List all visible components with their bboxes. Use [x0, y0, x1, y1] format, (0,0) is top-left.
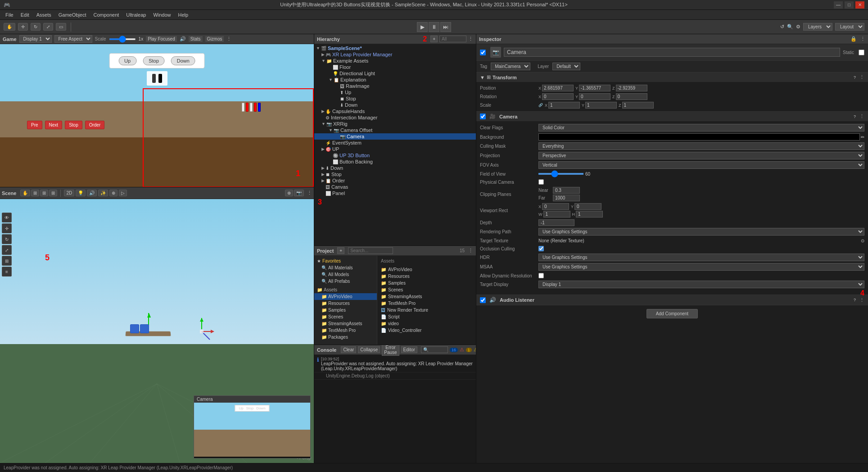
play-button[interactable]: ▶ — [417, 22, 428, 32]
layout-dropdown[interactable]: Layout — [835, 23, 864, 31]
scene-camera-btn[interactable]: 📷 — [294, 190, 304, 196]
camera-header[interactable]: 🎥 Camera ? ⋮ — [476, 112, 868, 121]
console-item-1[interactable]: ℹ [10:39:52] LeapProvider was not assign… — [314, 356, 476, 372]
stats-button[interactable]: Stats — [189, 36, 203, 42]
project-textmeshpro[interactable]: 📁TextMesh Pro — [314, 327, 377, 334]
menu-edit[interactable]: Edit — [17, 11, 33, 18]
scene-rotate-btn[interactable]: ↻ — [2, 234, 12, 244]
console-errorpause-button[interactable]: Error Pause — [382, 345, 399, 356]
depth-input[interactable]: -1 — [538, 219, 574, 226]
menu-window[interactable]: Window — [149, 11, 174, 18]
layer-dropdown[interactable]: Default — [552, 63, 580, 70]
inspector-lock-icon[interactable]: 🔒 — [850, 36, 857, 42]
scene-perspective-btn[interactable]: ⊕ — [285, 190, 293, 196]
add-component-button[interactable]: Add Component — [646, 309, 698, 318]
hierarchy-item-stop2[interactable]: ▶ ⏹ Stop — [314, 171, 476, 177]
hierarchy-item-rawimage[interactable]: ▶ 🖼 RawImage — [314, 83, 476, 89]
display-dropdown[interactable]: Display 1 — [19, 35, 52, 43]
static-checkbox[interactable] — [859, 50, 864, 55]
maximize-button[interactable]: □ — [845, 1, 854, 9]
scene-scale-btn[interactable]: ⤢ — [2, 245, 12, 255]
game-stop-button[interactable]: Stop — [143, 56, 165, 65]
scene-gizmos-button[interactable]: ⊕ — [109, 190, 118, 196]
project-asset-script[interactable]: 📄Script — [379, 313, 474, 320]
transform-header[interactable]: ▼ ⊞ Transform ? ⋮ — [476, 73, 868, 82]
project-asset-textmeshpro[interactable]: 📁TextMesh Pro — [379, 300, 474, 307]
object-active-checkbox[interactable] — [480, 50, 486, 55]
project-search[interactable] — [348, 247, 393, 254]
play-focused-button[interactable]: Play Focused — [146, 36, 177, 42]
console-collapse-button[interactable]: Collapse — [358, 346, 380, 353]
project-menu-icon[interactable]: ⋮ — [468, 248, 473, 254]
rot-y-input[interactable]: 0 — [579, 93, 610, 100]
project-all-materials[interactable]: 🔍All Materials — [314, 264, 377, 271]
hierarchy-item-stop1[interactable]: ▶ ⏹ Stop — [314, 95, 476, 102]
scene-move-btn[interactable]: ✛ — [2, 223, 12, 233]
toolbar-hand-tool[interactable]: ✋ — [4, 23, 15, 31]
far-input[interactable]: 1000 — [553, 195, 580, 201]
hierarchy-item-camera[interactable]: ▶ 📷 Camera — [314, 133, 476, 140]
targetdisplay-dropdown[interactable]: Display 1 — [538, 281, 864, 288]
fovaxis-dropdown[interactable]: Vertical — [538, 161, 864, 169]
camera-active-checkbox[interactable] — [480, 113, 486, 119]
hierarchy-search[interactable] — [439, 36, 466, 42]
projection-dropdown[interactable]: Perspective — [538, 152, 864, 159]
physicalcamera-checkbox[interactable] — [538, 179, 544, 185]
project-asset-samples[interactable]: 📁Samples — [379, 280, 474, 286]
console-clear-button[interactable]: Clear — [341, 346, 356, 353]
scene-audio-button[interactable]: 🔊 — [87, 190, 97, 196]
vr-h-input[interactable]: 1 — [576, 211, 603, 218]
toolbar-scale-tool[interactable]: ⤢ — [43, 23, 53, 31]
scene-hand-tool[interactable]: ✋ — [20, 190, 30, 196]
object-name-input[interactable] — [504, 48, 840, 57]
pos-x-input[interactable]: 2.681597 — [542, 85, 574, 91]
scene-expand-btn[interactable]: ⊞ — [2, 256, 12, 266]
transform-settings-icon[interactable]: ⋮ — [859, 74, 864, 80]
fov-slider[interactable] — [538, 173, 583, 175]
hierarchy-item-dirlight[interactable]: ▶ 💡 Directional Light — [314, 70, 476, 77]
msaa-dropdown[interactable]: Use Graphics Settings — [538, 263, 864, 271]
project-packages[interactable]: 📁Packages — [314, 334, 377, 340]
menu-help[interactable]: Help — [175, 11, 192, 18]
project-asset-resources[interactable]: 📁Resources — [379, 273, 474, 280]
scene-effects-button[interactable]: ✨ — [98, 190, 108, 196]
project-resources[interactable]: 📁Resources — [314, 300, 377, 307]
scene-eye-btn[interactable]: 👁 — [2, 213, 12, 222]
inspector-menu-icon[interactable]: ⋮ — [860, 36, 865, 42]
pos-z-input[interactable]: -2.92359 — [616, 85, 647, 91]
scene-layers-btn[interactable]: ≡ — [2, 267, 12, 277]
vr-y-input[interactable]: 0 — [574, 203, 601, 210]
project-streamingassets[interactable]: 📁StreamingAssets — [314, 320, 377, 327]
project-all-prefabs[interactable]: 🔍All Prefabs — [314, 278, 377, 285]
game-down-button[interactable]: Down — [171, 56, 195, 65]
scene-tool-3[interactable]: ⊞ — [40, 190, 48, 196]
hierarchy-item-exampleassets[interactable]: ▼ 📁 Example Assets — [314, 58, 476, 64]
hierarchy-item-order[interactable]: ▶ 📋 Order — [314, 177, 476, 184]
hierarchy-item-explanation[interactable]: ▼ 📋 Explanation — [314, 77, 476, 83]
hierarchy-item-eventsystem[interactable]: ▶ ⚡ EventSystem — [314, 140, 476, 146]
hierarchy-item-intermanager[interactable]: ▶ ⚙ Intersection Manager — [314, 114, 476, 121]
vr-w-input[interactable]: 1 — [543, 211, 570, 218]
toolbar-rotate-tool[interactable]: ↻ — [31, 23, 41, 31]
clearflags-dropdown[interactable]: Solid Color — [538, 124, 864, 132]
project-all-models[interactable]: 🔍All Models — [314, 271, 377, 278]
scene-more-button[interactable]: ▷ — [119, 190, 127, 196]
console-item-2[interactable]: UnityEngine.Debug:Log (object) — [314, 372, 476, 380]
menu-ultraleap[interactable]: Ultraleap — [122, 11, 149, 18]
menu-component[interactable]: Component — [90, 11, 122, 18]
hierarchy-item-cameraoffset[interactable]: ▼ 📷 Camera Offset — [314, 127, 476, 133]
project-asset-scenes[interactable]: 📁Scenes — [379, 286, 474, 293]
hierarchy-menu-icon[interactable]: ⋮ — [468, 36, 473, 42]
hierarchy-item-samplescene[interactable]: ▼ 🎬 SampleScene* — [314, 45, 476, 51]
hierarchy-item-xrrig[interactable]: ▼ 📷 XRRig — [314, 121, 476, 127]
dynamicresolution-checkbox[interactable] — [538, 273, 544, 278]
targettexture-picker-icon[interactable]: ⊙ — [861, 238, 864, 243]
hierarchy-item-up3dbutton[interactable]: ▶ 🔘 UP 3D Button — [314, 152, 476, 159]
close-button[interactable]: ✕ — [855, 1, 864, 9]
scene-light-button[interactable]: 💡 — [76, 190, 86, 196]
scale-y-input[interactable]: 1 — [585, 102, 617, 109]
scale-slider[interactable] — [109, 38, 136, 40]
rot-x-input[interactable]: 0 — [542, 93, 574, 100]
cullingmask-dropdown[interactable]: Everything — [538, 142, 864, 150]
toolbar-rect-tool[interactable]: ▭ — [56, 23, 66, 31]
